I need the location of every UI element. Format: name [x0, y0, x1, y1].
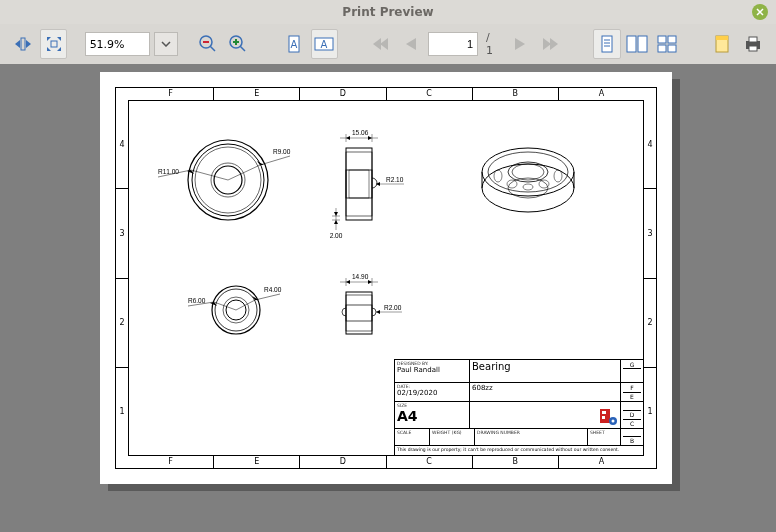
svg-point-57 [539, 180, 549, 188]
svg-point-78 [612, 420, 615, 423]
single-page-icon [599, 34, 615, 54]
fit-page-button[interactable] [40, 29, 68, 59]
svg-rect-68 [346, 295, 372, 331]
first-page-icon [372, 37, 390, 51]
dim-w15: 15.06 [352, 129, 369, 136]
portrait-button[interactable]: A [281, 30, 307, 58]
facing-pages-button[interactable] [625, 30, 651, 58]
dim-r2: R2.00 [384, 304, 402, 311]
titlebar: Print Preview [0, 0, 776, 24]
svg-rect-21 [658, 45, 666, 52]
ruler-cell: F [128, 88, 213, 100]
close-button[interactable] [752, 4, 768, 20]
zoom-in-icon [228, 34, 248, 54]
drawing-frame: FEDCBA FEDCBA 4321 4321 R11.00 [115, 87, 657, 469]
svg-rect-76 [602, 416, 605, 419]
ruler-cell: 4 [116, 100, 128, 188]
ruler-cell: A [558, 88, 644, 100]
titleblock: DESIGNED BY: Paul Randall Bearing G DATE… [394, 359, 644, 456]
preview-canvas[interactable]: FEDCBA FEDCBA 4321 4321 R11.00 [0, 64, 776, 532]
facing-pages-icon [625, 34, 649, 54]
zoom-input[interactable]: 51.9% [85, 32, 150, 56]
ruler-cell: B [472, 88, 558, 100]
print-button[interactable] [740, 30, 766, 58]
landscape-button[interactable]: A [311, 29, 339, 59]
fit-width-icon [13, 34, 33, 54]
svg-point-55 [507, 180, 517, 188]
dim-r6: R6.00 [188, 297, 206, 304]
svg-rect-22 [668, 45, 676, 52]
svg-point-48 [482, 148, 574, 196]
portrait-icon: A [285, 34, 303, 54]
ruler-cell: 1 [116, 367, 128, 456]
zoom-out-button[interactable] [195, 30, 221, 58]
ruler-cell: 3 [116, 188, 128, 277]
svg-rect-37 [346, 148, 372, 220]
zoom-dropdown-button[interactable] [154, 32, 178, 56]
tb-designed-by: Paul Randall [397, 366, 467, 374]
svg-point-58 [554, 170, 562, 182]
svg-line-66 [255, 294, 280, 300]
prev-page-icon [404, 37, 418, 51]
svg-rect-69 [346, 305, 372, 321]
dim-w149: 14.90 [352, 273, 369, 280]
page-setup-button[interactable] [710, 30, 736, 58]
prev-page-button[interactable] [398, 30, 424, 58]
svg-rect-67 [346, 292, 372, 334]
toolbar: 51.9% A A / 1 [0, 24, 776, 64]
svg-line-3 [210, 46, 215, 51]
ruler-cell: 2 [116, 278, 128, 367]
first-page-button[interactable] [369, 30, 395, 58]
svg-rect-18 [638, 36, 647, 52]
dim-h2: 2.00 [330, 232, 343, 239]
svg-rect-0 [21, 38, 25, 50]
svg-line-34 [191, 170, 228, 180]
svg-rect-13 [602, 36, 612, 52]
single-page-button[interactable] [593, 29, 621, 59]
tb-sheet-label: SHEET [590, 430, 618, 435]
last-page-button[interactable] [537, 30, 563, 58]
svg-point-53 [508, 178, 548, 198]
svg-rect-26 [749, 37, 757, 42]
svg-text:A: A [290, 39, 297, 50]
tb-disclaimer: This drawing is our property; it can't b… [395, 446, 643, 457]
fit-page-icon [44, 34, 64, 54]
dim-r9: R9.00 [273, 148, 291, 155]
svg-rect-1 [51, 41, 57, 47]
page-setup-icon [713, 34, 733, 54]
tb-scale-label: SCALE [397, 430, 427, 435]
tb-date: 02/19/2020 [397, 389, 467, 397]
ruler-cell: C [386, 88, 472, 100]
page-input[interactable] [428, 32, 478, 56]
zoom-in-button[interactable] [225, 30, 251, 58]
svg-point-51 [512, 164, 544, 180]
dim-r21: R2.10 [386, 176, 404, 183]
dim-r11: R11.00 [158, 168, 179, 175]
last-page-icon [541, 37, 559, 51]
overview-pages-icon [656, 34, 678, 54]
freecad-logo-icon [598, 407, 618, 427]
next-page-button[interactable] [507, 30, 533, 58]
svg-line-36 [260, 156, 290, 165]
svg-point-56 [523, 184, 533, 190]
tb-weight-label: WEIGHT (Kg) [432, 430, 472, 435]
overview-pages-button[interactable] [654, 30, 680, 58]
fit-width-button[interactable] [10, 30, 36, 58]
svg-point-49 [488, 152, 568, 192]
svg-rect-24 [716, 36, 728, 40]
ruler-cell: D [299, 88, 385, 100]
next-page-icon [513, 37, 527, 51]
svg-rect-19 [658, 36, 666, 43]
landscape-icon: A [313, 35, 335, 53]
ruler-cell: E [213, 88, 299, 100]
svg-rect-40 [349, 170, 369, 198]
tb-title: Bearing [472, 361, 618, 372]
page-total: / 1 [486, 31, 499, 57]
dim-r4: R4.00 [264, 286, 282, 293]
tb-dn-label: DRAWING NUMBER [477, 430, 585, 435]
window-title: Print Preview [342, 5, 433, 19]
svg-rect-27 [749, 46, 757, 51]
svg-point-54 [494, 170, 502, 182]
tb-size: A4 [397, 408, 467, 424]
close-icon [756, 8, 764, 16]
